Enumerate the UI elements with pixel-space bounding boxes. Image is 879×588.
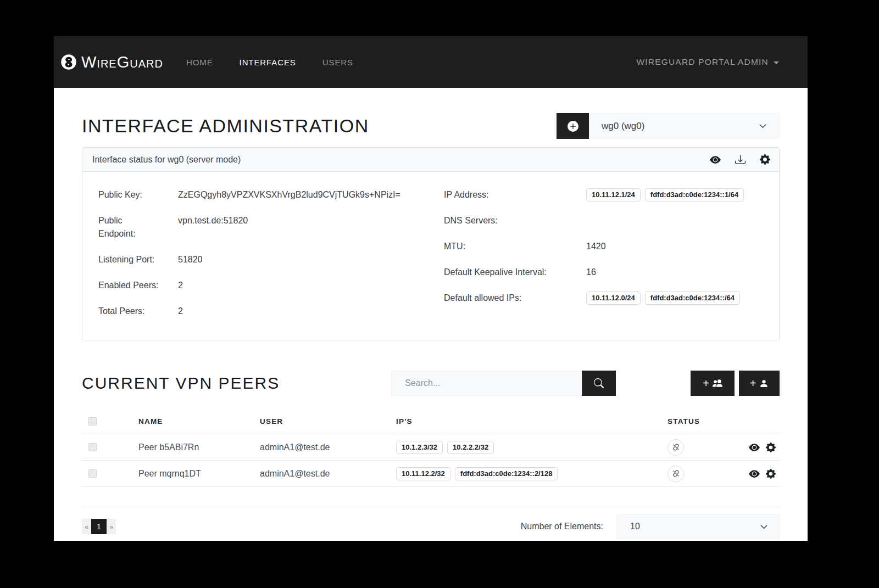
eye-icon xyxy=(710,154,721,165)
info-value: 1420 xyxy=(586,240,617,253)
info-value: 2 xyxy=(178,305,194,318)
brand-link[interactable]: WireGuard xyxy=(60,53,163,71)
info-value: 51820 xyxy=(178,253,214,266)
info-row-listening-port: Listening Port: 51820 xyxy=(98,253,431,266)
info-value: 16 xyxy=(586,266,607,279)
info-row-total-peers: Total Peers: 2 xyxy=(98,305,431,318)
brand-label: WireGuard xyxy=(81,53,163,71)
user-menu-toggle[interactable]: WIREGUARD PORTAL ADMIN xyxy=(636,57,779,67)
page-title: INTERFACE ADMINISTRATION xyxy=(82,115,369,137)
elements-select-value: 10 xyxy=(630,522,640,531)
info-row-ip-address: IP Address: 10.11.12.1/24 fdfd:d3ad:c0de… xyxy=(444,188,779,201)
edit-peer-button[interactable] xyxy=(766,442,776,453)
peer-user: adminA1@test.de xyxy=(260,443,396,452)
info-label: Listening Port: xyxy=(98,253,178,266)
info-row-keepalive: Default Keepalive Interval: 16 xyxy=(444,266,779,279)
ip-badge: 10.11.12.0/24 xyxy=(586,292,641,305)
app-window: WireGuard HOME INTERFACES USERS WIREGUAR… xyxy=(54,36,808,541)
info-row-mtu: MTU: 1420 xyxy=(444,240,779,253)
info-label: Public Key: xyxy=(98,188,178,201)
show-details-button[interactable] xyxy=(710,154,721,165)
info-label: Default allowed IPs: xyxy=(444,292,586,305)
nav-item-interfaces[interactable]: INTERFACES xyxy=(240,58,296,67)
info-row-dns-servers: DNS Servers: xyxy=(444,214,779,227)
nav-item-users[interactable]: USERS xyxy=(322,58,353,67)
add-interface-button[interactable] xyxy=(557,113,589,139)
person-icon xyxy=(759,379,769,388)
chevron-down-icon xyxy=(759,122,767,130)
nav-item-home[interactable]: HOME xyxy=(186,58,213,67)
info-row-public-key: Public Key: ZzEGQgyh8yVPZXVKSXhVrgB2lud9… xyxy=(98,188,431,201)
interface-toolbar: wg0 (wg0) xyxy=(557,113,780,139)
info-row-allowed-ips: Default allowed IPs: 10.11.12.0/24 fdfd:… xyxy=(444,292,779,305)
wireguard-logo-icon xyxy=(60,54,77,70)
info-value xyxy=(586,214,597,227)
ip-badge: fdfd:d3ad:c0de:1234::1/64 xyxy=(645,188,744,201)
peers-table: NAME USER IP'S STATUS Peer b5ABi7Rn admi… xyxy=(82,409,780,487)
interface-select-value: wg0 (wg0) xyxy=(602,121,644,132)
edit-peer-button[interactable] xyxy=(766,468,776,479)
select-all-checkbox[interactable] xyxy=(88,417,97,425)
info-value: ZzEGQgyh8yVPZXVKSXhVrgB2lud9CVjTUGk9s+NP… xyxy=(178,188,411,201)
add-multiple-peers-button[interactable]: + xyxy=(691,371,735,396)
people-icon xyxy=(713,378,722,388)
gear-icon xyxy=(766,469,776,479)
peer-offline-status-icon xyxy=(667,439,684,456)
gear-icon xyxy=(766,443,776,452)
info-label: DNS Servers: xyxy=(444,214,586,227)
chevron-down-icon xyxy=(760,523,768,531)
ip-badge: fdfd:d3ad:c0de:1234::2/128 xyxy=(455,467,558,480)
divider xyxy=(82,507,780,507)
peers-section-title: CURRENT VPN PEERS xyxy=(82,374,280,393)
view-peer-button[interactable] xyxy=(749,468,760,479)
select-row-checkbox[interactable] xyxy=(88,469,97,478)
user-menu-label: WIREGUARD PORTAL ADMIN xyxy=(636,57,769,67)
card-title: Interface status for wg0 (server mode) xyxy=(92,155,241,165)
ip-badge: 10.11.12.2/32 xyxy=(396,467,450,480)
pagination-page-1[interactable]: 1 xyxy=(91,519,107,534)
ip-badge: 10.11.12.1/24 xyxy=(586,188,641,201)
card-actions xyxy=(710,154,770,165)
info-label: Enabled Peers: xyxy=(98,279,178,292)
info-value: 2 xyxy=(178,279,194,292)
elements-per-page-select[interactable]: 10 xyxy=(616,514,780,539)
caret-down-icon xyxy=(774,61,779,64)
table-header-row: NAME USER IP'S STATUS xyxy=(82,409,780,434)
interface-select[interactable]: wg0 (wg0) xyxy=(589,113,780,139)
navbar: WireGuard HOME INTERFACES USERS WIREGUAR… xyxy=(54,36,808,88)
card-header: Interface status for wg0 (server mode) xyxy=(82,148,779,172)
peer-buttons: + + xyxy=(691,371,780,396)
search-button[interactable] xyxy=(582,371,616,396)
info-value: vpn.test.de:51820 xyxy=(178,214,259,240)
search-input[interactable] xyxy=(391,371,582,396)
column-header-status: STATUS xyxy=(666,417,749,425)
view-peer-button[interactable] xyxy=(749,442,760,453)
column-header-name: NAME xyxy=(138,417,260,425)
peer-offline-status-icon xyxy=(667,466,684,482)
info-label: MTU: xyxy=(444,240,586,253)
search-icon xyxy=(594,378,604,388)
download-icon xyxy=(735,154,746,165)
ip-badge: fdfd:d3ad:c0de:1234::/64 xyxy=(645,292,740,305)
peer-user: adminA1@test.de xyxy=(260,469,396,479)
pagination-prev[interactable]: « xyxy=(82,519,91,534)
eye-icon xyxy=(749,468,760,479)
info-label: Default Keepalive Interval: xyxy=(444,266,586,279)
edit-interface-button[interactable] xyxy=(760,154,770,165)
download-config-button[interactable] xyxy=(735,154,746,165)
plus-glyph: + xyxy=(750,378,756,389)
info-row-public-endpoint: Public Endpoint: vpn.test.de:51820 xyxy=(98,214,431,240)
ip-badge: 10.2.2.2/32 xyxy=(447,441,494,454)
ip-badge: 10.1.2.3/32 xyxy=(396,441,443,454)
table-row: Peer b5ABi7Rn adminA1@test.de 10.1.2.3/3… xyxy=(82,434,780,461)
info-label: Total Peers: xyxy=(98,305,178,318)
select-row-checkbox[interactable] xyxy=(88,443,97,451)
pagination-next[interactable]: » xyxy=(107,519,116,534)
add-peer-button[interactable]: + xyxy=(739,371,780,396)
elements-label: Number of Elements: xyxy=(521,522,603,531)
plus-glyph: + xyxy=(703,378,709,389)
info-label: Public Endpoint: xyxy=(98,214,178,240)
eye-icon xyxy=(749,442,760,453)
pagination: « 1 » xyxy=(82,519,116,534)
search-group xyxy=(391,371,616,396)
